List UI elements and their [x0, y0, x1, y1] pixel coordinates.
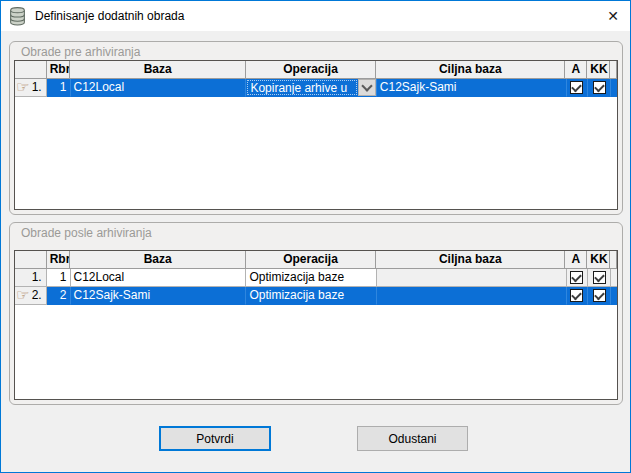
table-row[interactable]: ☞ 1. 1 C12Local Kopiranje arhive u C12Sa…: [15, 79, 617, 97]
cell-kk-checkbox[interactable]: [588, 287, 611, 305]
checkbox-checked-icon[interactable]: [570, 289, 583, 302]
checkmark-icon: [594, 271, 605, 282]
checkbox-checked-icon[interactable]: [593, 81, 606, 94]
cell-rbr[interactable]: 1: [47, 79, 71, 97]
cell-baza[interactable]: C12Sajk-Sami: [71, 287, 247, 305]
header-rbr: Rbr: [47, 251, 71, 269]
checkmark-icon: [594, 289, 605, 300]
cell-rbr[interactable]: 1: [47, 269, 71, 287]
header-filler: [610, 251, 617, 269]
cell-kk-checkbox[interactable]: [588, 79, 611, 97]
table-row[interactable]: ☞ 2. 2 C12Sajk-Sami Optimizacija baze: [15, 287, 617, 305]
grid-header-row: Rbr Baza Operacija Ciljna baza A KK: [15, 251, 617, 269]
header-baza: Baza: [70, 251, 246, 269]
cell-a-checkbox[interactable]: [567, 269, 589, 287]
dropdown-button[interactable]: [358, 79, 376, 96]
group-caption: Obrade pre arhiviranja: [21, 45, 140, 59]
operation-combobox[interactable]: Kopiranje arhive u: [247, 80, 356, 95]
row-filler: [611, 287, 617, 305]
post-grid: Rbr Baza Operacija Ciljna baza A KK 1. 1…: [14, 250, 618, 400]
pre-grid: Rbr Baza Operacija Ciljna baza A KK ☞ 1.…: [14, 60, 618, 210]
header-ciljna-baza: Ciljna baza: [376, 61, 565, 79]
header-ciljna-baza: Ciljna baza: [376, 251, 565, 269]
cell-ciljna-baza[interactable]: [377, 269, 567, 287]
group-pre-arhiviranja: Obrade pre arhiviranja Rbr Baza Operacij…: [9, 41, 623, 215]
title-bar: Definisanje dodatnih obrada ✕: [1, 1, 630, 31]
cell-ciljna-baza[interactable]: [377, 287, 567, 305]
row-pointer-icon: ☞: [16, 79, 29, 96]
chevron-down-icon: [361, 80, 372, 91]
row-filler: [611, 79, 617, 97]
group-caption: Obrade posle arhiviranja: [21, 226, 152, 240]
group-posle-arhiviranja: Obrade posle arhiviranja Rbr Baza Operac…: [9, 222, 623, 405]
confirm-button[interactable]: Potvrdi: [159, 426, 271, 451]
header-operacija: Operacija: [246, 251, 376, 269]
row-pointer-icon: ☞: [16, 287, 29, 304]
header-a: A: [565, 251, 587, 269]
checkbox-checked-icon[interactable]: [593, 289, 606, 302]
row-number: 1.: [32, 270, 42, 284]
row-indicator: 1.: [15, 269, 47, 287]
row-indicator: ☞ 1.: [15, 79, 47, 97]
header-kk: KK: [587, 251, 610, 269]
cell-ciljna-baza[interactable]: C12Sajk-Sami: [377, 79, 567, 97]
checkmark-icon: [572, 271, 583, 282]
checkmark-icon: [594, 81, 605, 92]
dialog-window: Definisanje dodatnih obrada ✕ Obrade pre…: [0, 0, 631, 473]
checkbox-checked-icon[interactable]: [570, 81, 583, 94]
cell-operacija[interactable]: Kopiranje arhive u: [246, 79, 376, 97]
header-rbr: Rbr: [47, 61, 71, 79]
row-filler: [611, 269, 617, 287]
cell-baza[interactable]: C12Local: [71, 269, 247, 287]
checkmark-icon: [572, 289, 583, 300]
database-icon: [9, 7, 26, 26]
header-kk: KK: [587, 61, 610, 79]
cell-a-checkbox[interactable]: [567, 79, 589, 97]
cell-operacija[interactable]: Optimizacija baze: [246, 269, 376, 287]
header-indicator: [15, 61, 47, 79]
cell-a-checkbox[interactable]: [567, 287, 589, 305]
header-a: A: [565, 61, 587, 79]
header-baza: Baza: [70, 61, 246, 79]
cell-kk-checkbox[interactable]: [588, 269, 611, 287]
checkbox-checked-icon[interactable]: [593, 271, 606, 284]
cell-operacija[interactable]: Optimizacija baze: [246, 287, 376, 305]
cancel-button[interactable]: Odustani: [357, 426, 468, 451]
header-operacija: Operacija: [246, 61, 376, 79]
cell-baza[interactable]: C12Local: [71, 79, 247, 97]
row-indicator: ☞ 2.: [15, 287, 47, 305]
header-filler: [610, 61, 617, 79]
table-row[interactable]: 1. 1 C12Local Optimizacija baze: [15, 269, 617, 287]
header-indicator: [15, 251, 47, 269]
close-button[interactable]: ✕: [596, 1, 630, 31]
grid-header-row: Rbr Baza Operacija Ciljna baza A KK: [15, 61, 617, 79]
row-number: 1.: [32, 80, 42, 94]
window-title: Definisanje dodatnih obrada: [35, 9, 184, 23]
cell-rbr[interactable]: 2: [47, 287, 71, 305]
checkmark-icon: [572, 81, 583, 92]
row-number: 2.: [32, 288, 42, 302]
checkbox-checked-icon[interactable]: [570, 271, 583, 284]
